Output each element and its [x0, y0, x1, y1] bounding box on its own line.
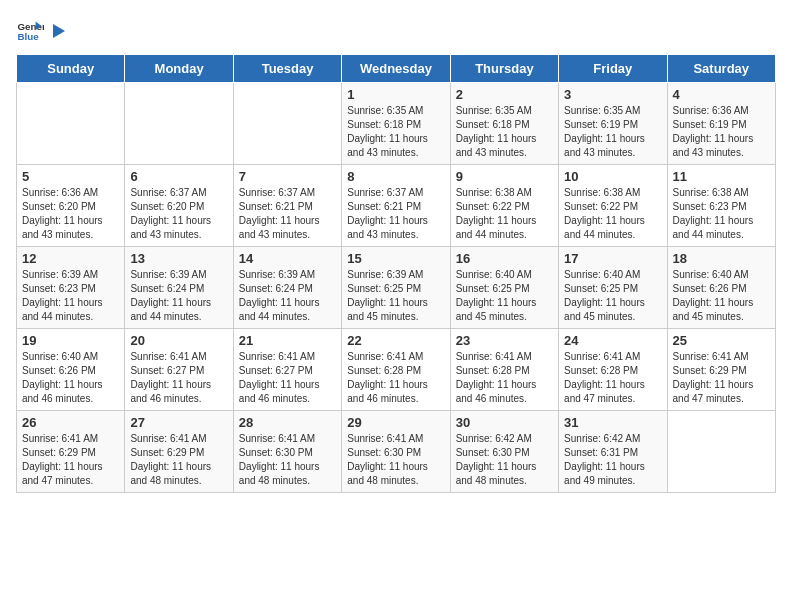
day-number: 23 [456, 333, 553, 348]
calendar-cell: 2Sunrise: 6:35 AM Sunset: 6:18 PM Daylig… [450, 83, 558, 165]
page-header: General Blue [16, 16, 776, 44]
col-monday: Monday [125, 55, 233, 83]
calendar-cell: 12Sunrise: 6:39 AM Sunset: 6:23 PM Dayli… [17, 247, 125, 329]
day-number: 4 [673, 87, 770, 102]
calendar-cell [125, 83, 233, 165]
logo-arrow-icon [49, 22, 67, 40]
week-row-5: 26Sunrise: 6:41 AM Sunset: 6:29 PM Dayli… [17, 411, 776, 493]
day-number: 3 [564, 87, 661, 102]
col-sunday: Sunday [17, 55, 125, 83]
cell-content: Sunrise: 6:36 AM Sunset: 6:20 PM Dayligh… [22, 186, 119, 242]
day-number: 29 [347, 415, 444, 430]
cell-content: Sunrise: 6:38 AM Sunset: 6:23 PM Dayligh… [673, 186, 770, 242]
cell-content: Sunrise: 6:40 AM Sunset: 6:26 PM Dayligh… [673, 268, 770, 324]
day-number: 8 [347, 169, 444, 184]
cell-content: Sunrise: 6:39 AM Sunset: 6:25 PM Dayligh… [347, 268, 444, 324]
calendar-cell: 31Sunrise: 6:42 AM Sunset: 6:31 PM Dayli… [559, 411, 667, 493]
day-number: 21 [239, 333, 336, 348]
cell-content: Sunrise: 6:37 AM Sunset: 6:21 PM Dayligh… [347, 186, 444, 242]
cell-content: Sunrise: 6:40 AM Sunset: 6:25 PM Dayligh… [456, 268, 553, 324]
cell-content: Sunrise: 6:35 AM Sunset: 6:19 PM Dayligh… [564, 104, 661, 160]
calendar-cell: 23Sunrise: 6:41 AM Sunset: 6:28 PM Dayli… [450, 329, 558, 411]
calendar-cell: 25Sunrise: 6:41 AM Sunset: 6:29 PM Dayli… [667, 329, 775, 411]
svg-marker-2 [53, 24, 65, 38]
logo-text [48, 20, 68, 40]
cell-content: Sunrise: 6:41 AM Sunset: 6:29 PM Dayligh… [130, 432, 227, 488]
header-row: Sunday Monday Tuesday Wednesday Thursday… [17, 55, 776, 83]
cell-content: Sunrise: 6:41 AM Sunset: 6:27 PM Dayligh… [130, 350, 227, 406]
calendar-cell: 22Sunrise: 6:41 AM Sunset: 6:28 PM Dayli… [342, 329, 450, 411]
day-number: 30 [456, 415, 553, 430]
logo: General Blue [16, 16, 68, 44]
calendar-cell: 6Sunrise: 6:37 AM Sunset: 6:20 PM Daylig… [125, 165, 233, 247]
day-number: 14 [239, 251, 336, 266]
calendar-cell: 30Sunrise: 6:42 AM Sunset: 6:30 PM Dayli… [450, 411, 558, 493]
cell-content: Sunrise: 6:38 AM Sunset: 6:22 PM Dayligh… [456, 186, 553, 242]
calendar-cell: 24Sunrise: 6:41 AM Sunset: 6:28 PM Dayli… [559, 329, 667, 411]
calendar-cell: 26Sunrise: 6:41 AM Sunset: 6:29 PM Dayli… [17, 411, 125, 493]
svg-text:Blue: Blue [17, 31, 39, 42]
week-row-3: 12Sunrise: 6:39 AM Sunset: 6:23 PM Dayli… [17, 247, 776, 329]
day-number: 10 [564, 169, 661, 184]
calendar-cell: 1Sunrise: 6:35 AM Sunset: 6:18 PM Daylig… [342, 83, 450, 165]
day-number: 13 [130, 251, 227, 266]
calendar-cell [233, 83, 341, 165]
calendar-cell: 14Sunrise: 6:39 AM Sunset: 6:24 PM Dayli… [233, 247, 341, 329]
day-number: 25 [673, 333, 770, 348]
calendar-cell: 18Sunrise: 6:40 AM Sunset: 6:26 PM Dayli… [667, 247, 775, 329]
cell-content: Sunrise: 6:41 AM Sunset: 6:30 PM Dayligh… [347, 432, 444, 488]
cell-content: Sunrise: 6:37 AM Sunset: 6:20 PM Dayligh… [130, 186, 227, 242]
calendar-cell: 17Sunrise: 6:40 AM Sunset: 6:25 PM Dayli… [559, 247, 667, 329]
day-number: 7 [239, 169, 336, 184]
day-number: 9 [456, 169, 553, 184]
day-number: 26 [22, 415, 119, 430]
cell-content: Sunrise: 6:40 AM Sunset: 6:26 PM Dayligh… [22, 350, 119, 406]
day-number: 2 [456, 87, 553, 102]
cell-content: Sunrise: 6:41 AM Sunset: 6:27 PM Dayligh… [239, 350, 336, 406]
calendar-cell: 3Sunrise: 6:35 AM Sunset: 6:19 PM Daylig… [559, 83, 667, 165]
cell-content: Sunrise: 6:38 AM Sunset: 6:22 PM Dayligh… [564, 186, 661, 242]
day-number: 19 [22, 333, 119, 348]
calendar-cell: 29Sunrise: 6:41 AM Sunset: 6:30 PM Dayli… [342, 411, 450, 493]
calendar-cell: 19Sunrise: 6:40 AM Sunset: 6:26 PM Dayli… [17, 329, 125, 411]
calendar-cell [17, 83, 125, 165]
calendar-cell: 7Sunrise: 6:37 AM Sunset: 6:21 PM Daylig… [233, 165, 341, 247]
day-number: 20 [130, 333, 227, 348]
cell-content: Sunrise: 6:40 AM Sunset: 6:25 PM Dayligh… [564, 268, 661, 324]
cell-content: Sunrise: 6:42 AM Sunset: 6:31 PM Dayligh… [564, 432, 661, 488]
calendar-cell: 9Sunrise: 6:38 AM Sunset: 6:22 PM Daylig… [450, 165, 558, 247]
week-row-1: 1Sunrise: 6:35 AM Sunset: 6:18 PM Daylig… [17, 83, 776, 165]
calendar-cell: 11Sunrise: 6:38 AM Sunset: 6:23 PM Dayli… [667, 165, 775, 247]
calendar-cell: 16Sunrise: 6:40 AM Sunset: 6:25 PM Dayli… [450, 247, 558, 329]
week-row-4: 19Sunrise: 6:40 AM Sunset: 6:26 PM Dayli… [17, 329, 776, 411]
calendar-cell [667, 411, 775, 493]
day-number: 24 [564, 333, 661, 348]
cell-content: Sunrise: 6:35 AM Sunset: 6:18 PM Dayligh… [456, 104, 553, 160]
day-number: 28 [239, 415, 336, 430]
cell-content: Sunrise: 6:42 AM Sunset: 6:30 PM Dayligh… [456, 432, 553, 488]
calendar-cell: 21Sunrise: 6:41 AM Sunset: 6:27 PM Dayli… [233, 329, 341, 411]
cell-content: Sunrise: 6:41 AM Sunset: 6:29 PM Dayligh… [673, 350, 770, 406]
col-tuesday: Tuesday [233, 55, 341, 83]
day-number: 31 [564, 415, 661, 430]
col-wednesday: Wednesday [342, 55, 450, 83]
col-thursday: Thursday [450, 55, 558, 83]
day-number: 11 [673, 169, 770, 184]
cell-content: Sunrise: 6:41 AM Sunset: 6:29 PM Dayligh… [22, 432, 119, 488]
cell-content: Sunrise: 6:41 AM Sunset: 6:28 PM Dayligh… [347, 350, 444, 406]
cell-content: Sunrise: 6:39 AM Sunset: 6:23 PM Dayligh… [22, 268, 119, 324]
cell-content: Sunrise: 6:41 AM Sunset: 6:30 PM Dayligh… [239, 432, 336, 488]
day-number: 1 [347, 87, 444, 102]
week-row-2: 5Sunrise: 6:36 AM Sunset: 6:20 PM Daylig… [17, 165, 776, 247]
calendar-cell: 13Sunrise: 6:39 AM Sunset: 6:24 PM Dayli… [125, 247, 233, 329]
calendar-header: Sunday Monday Tuesday Wednesday Thursday… [17, 55, 776, 83]
calendar-cell: 15Sunrise: 6:39 AM Sunset: 6:25 PM Dayli… [342, 247, 450, 329]
cell-content: Sunrise: 6:37 AM Sunset: 6:21 PM Dayligh… [239, 186, 336, 242]
day-number: 18 [673, 251, 770, 266]
cell-content: Sunrise: 6:41 AM Sunset: 6:28 PM Dayligh… [564, 350, 661, 406]
cell-content: Sunrise: 6:36 AM Sunset: 6:19 PM Dayligh… [673, 104, 770, 160]
calendar-body: 1Sunrise: 6:35 AM Sunset: 6:18 PM Daylig… [17, 83, 776, 493]
calendar-cell: 5Sunrise: 6:36 AM Sunset: 6:20 PM Daylig… [17, 165, 125, 247]
cell-content: Sunrise: 6:35 AM Sunset: 6:18 PM Dayligh… [347, 104, 444, 160]
cell-content: Sunrise: 6:41 AM Sunset: 6:28 PM Dayligh… [456, 350, 553, 406]
